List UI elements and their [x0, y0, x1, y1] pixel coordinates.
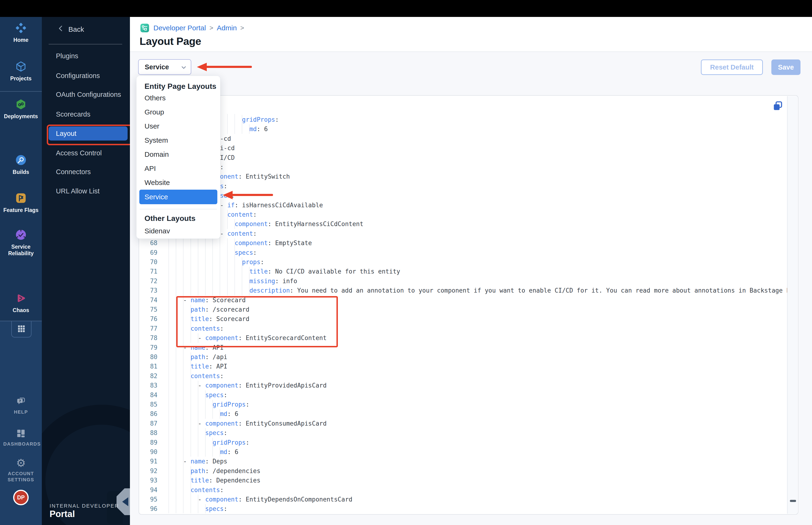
code-line[interactable]: 93 title: Dependencies	[139, 476, 787, 485]
back-button[interactable]: Back	[57, 25, 84, 34]
menu-section-header: Entity Page Layouts	[144, 82, 216, 91]
triangle-left-icon	[122, 497, 128, 506]
code-line[interactable]: 65 content:	[139, 210, 787, 219]
rail-module-chaos[interactable]: Chaos	[0, 292, 42, 314]
code-line[interactable]: 55 gridProps:	[139, 115, 787, 124]
code-line[interactable]: 72 missing: info	[139, 276, 787, 286]
code-line[interactable]: 82 contents:	[139, 371, 787, 381]
rail-module-home[interactable]: Home	[0, 22, 42, 43]
code-line[interactable]: 87 - component: EntityConsumedApisCard	[139, 419, 787, 428]
svg-text:?: ?	[19, 399, 21, 403]
module-rail: HomeProjectsDeploymentsBuildsFeature Fla…	[0, 17, 42, 525]
rail-util-account-settings[interactable]: ⚙ACCOUNT SETTINGS	[0, 457, 42, 483]
menu-item-group[interactable]: Group	[137, 105, 220, 119]
vertical-scrollbar[interactable]	[787, 96, 797, 514]
code-line[interactable]: 60 contents:	[139, 162, 787, 172]
avatar[interactable]: DP	[13, 490, 29, 505]
line-number: 84	[139, 390, 157, 400]
code-line[interactable]: 89 gridProps:	[139, 438, 787, 447]
sidebar-item-scorecards[interactable]: Scorecards	[42, 108, 130, 121]
sidebar-item-label: URL Allow List	[56, 187, 99, 195]
line-number: 94	[139, 485, 157, 495]
chevron-left-icon	[57, 25, 65, 34]
code-line[interactable]: 59 title: CI/CD	[139, 153, 787, 162]
code-line[interactable]: 92 path: /dependencies	[139, 466, 787, 476]
rail-util-dashboards[interactable]: DASHBOARDS	[0, 427, 42, 447]
breadcrumb-admin[interactable]: Admin	[217, 24, 237, 32]
reset-default-button[interactable]: Reset Default	[701, 59, 763, 75]
rail-module-feature-flags[interactable]: Feature Flags	[0, 192, 42, 213]
entity-type-select[interactable]: Service	[138, 59, 191, 75]
code-line[interactable]: 67 - content:	[139, 229, 787, 238]
menu-item-api[interactable]: API	[137, 162, 220, 176]
code-line[interactable]: 70 props:	[139, 257, 787, 267]
code-line[interactable]: 95 - component: EntityDependsOnComponent…	[139, 495, 787, 504]
breadcrumb-developer-portal[interactable]: Developer Portal	[153, 24, 206, 32]
save-button[interactable]: Save	[771, 59, 800, 75]
code-line[interactable]: 90 md: 6	[139, 447, 787, 456]
sidebar-item-connectors[interactable]: Connectors	[42, 165, 130, 178]
rail-module-projects[interactable]: Projects	[0, 60, 42, 82]
code-line[interactable]: 57 - name: ci-cd	[139, 134, 787, 144]
code-line[interactable]: 61 - component: EntitySwitch	[139, 172, 787, 181]
code-line[interactable]: 68 component: EmptyState	[139, 238, 787, 248]
code-text: title: Dependencies	[168, 476, 260, 485]
code-text: gridProps:	[168, 400, 249, 409]
sidebar-item-label: Connectors	[56, 168, 91, 176]
code-text: contents:	[168, 485, 224, 495]
code-text: md: 6	[168, 447, 238, 456]
code-line[interactable]: 80 path: /api	[139, 352, 787, 362]
sidebar-item-layout[interactable]: Layout	[49, 126, 127, 140]
menu-item-sidenav[interactable]: Sidenav	[137, 224, 220, 238]
menu-item-system[interactable]: System	[137, 133, 220, 147]
code-line[interactable]: 66 component: EntityHarnessCiCdContent	[139, 219, 787, 229]
sidebar-item-plugins[interactable]: Plugins	[42, 49, 130, 62]
code-line[interactable]: 56 md: 6	[139, 124, 787, 134]
code-text: - component: EntityProvidedApisCard	[168, 381, 326, 390]
menu-item-user[interactable]: User	[137, 119, 220, 133]
service-reliability-icon	[15, 229, 27, 241]
code-line[interactable]: 85 gridProps:	[139, 400, 787, 409]
code-line[interactable]: 64 - if: isHarnessCiCdAvailable	[139, 200, 787, 210]
line-number: 88	[139, 428, 157, 438]
code-line[interactable]: 83 - component: EntityProvidedApisCard	[139, 381, 787, 390]
menu-item-label: Domain	[144, 150, 169, 159]
menu-section-header: Other Layouts	[144, 214, 196, 223]
code-line[interactable]: 62 specs:	[139, 181, 787, 191]
code-line[interactable]: 91 - name: Deps	[139, 456, 787, 466]
code-line[interactable]: 73 description: You need to add an annot…	[139, 286, 787, 295]
rail-module-builds[interactable]: Builds	[0, 154, 42, 175]
module-grid-button[interactable]	[11, 321, 31, 338]
line-number: 77	[139, 324, 157, 333]
sidebar-item-url-allow-list[interactable]: URL Allow List	[42, 184, 130, 198]
rail-module-service-reliability[interactable]: Service Reliability	[0, 229, 42, 257]
line-number: 75	[139, 305, 157, 314]
menu-item-label: Group	[144, 108, 164, 116]
code-line[interactable]: 96 specs:	[139, 504, 787, 513]
admin-sidebar: Back PluginsConfigurationsOAuth Configur…	[42, 17, 130, 525]
copy-icon[interactable]	[772, 100, 783, 111]
code-line[interactable]: 58 path: /ci-cd	[139, 144, 787, 153]
sidebar-item-access-control[interactable]: Access Control	[42, 146, 130, 160]
code-line[interactable]: 81 title: API	[139, 362, 787, 371]
menu-item-website[interactable]: Website	[137, 176, 220, 190]
menu-item-domain[interactable]: Domain	[137, 147, 220, 162]
menu-item-label: User	[144, 122, 159, 130]
code-line[interactable]: 84 specs:	[139, 390, 787, 400]
code-line[interactable]: 71 title: No CI/CD available for this en…	[139, 267, 787, 276]
rail-util-label: DASHBOARDS	[3, 441, 39, 447]
menu-item-service[interactable]: Service	[139, 190, 217, 204]
annotation-arrow-dropdown-bar	[205, 66, 252, 68]
rail-util-help[interactable]: ?HELP	[0, 395, 42, 415]
sidebar-item-oauth-configurations[interactable]: OAuth Configurations	[42, 88, 130, 101]
entity-layouts-menu: Entity Page Layouts OthersGroupUserSyste…	[136, 76, 220, 239]
sidebar-item-configurations[interactable]: Configurations	[42, 69, 130, 82]
code-text: specs:	[168, 248, 257, 257]
code-line[interactable]: 88 specs:	[139, 428, 787, 438]
code-line[interactable]: 94 contents:	[139, 485, 787, 495]
code-line[interactable]: 69 specs:	[139, 248, 787, 257]
horizontal-scrollbar-thumb[interactable]	[790, 500, 796, 502]
code-line[interactable]: 86 md: 6	[139, 409, 787, 419]
menu-item-others[interactable]: Others	[137, 91, 220, 105]
rail-module-deployments[interactable]: Deployments	[0, 98, 42, 120]
